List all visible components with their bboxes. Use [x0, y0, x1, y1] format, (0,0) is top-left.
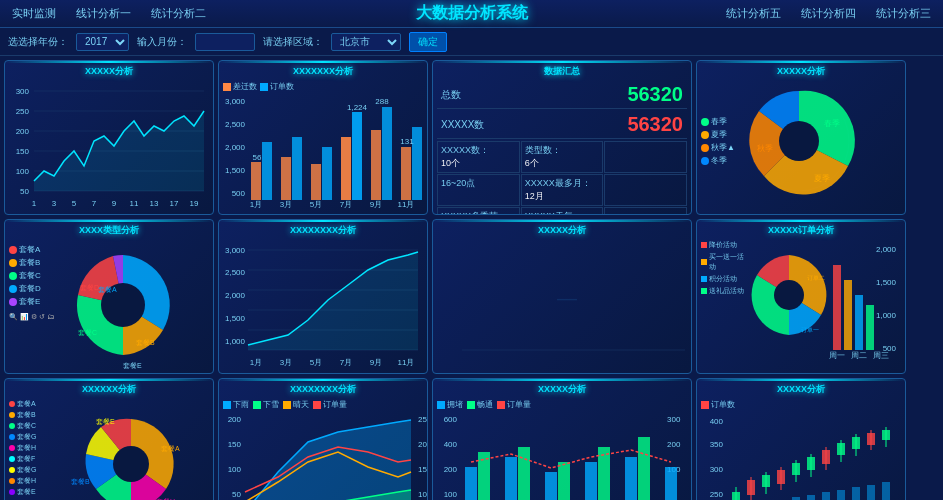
svg-text:周一: 周一 — [829, 351, 845, 360]
svg-rect-89 — [855, 295, 863, 350]
svg-rect-28 — [262, 142, 272, 200]
svg-rect-175 — [807, 495, 815, 500]
nav-right[interactable]: 统计分析五 统计分析四 统计分析三 — [722, 4, 935, 23]
svg-text:套餐A: 套餐A — [161, 445, 180, 452]
candlestick-svg: 400 350 300 250 200 — [701, 412, 899, 500]
svg-text:夏季: 夏季 — [814, 174, 830, 183]
svg-rect-34 — [352, 112, 362, 200]
svg-text:1,500: 1,500 — [225, 166, 246, 175]
svg-text:250: 250 — [16, 107, 30, 116]
svg-rect-131 — [558, 462, 570, 500]
nav-realtime[interactable]: 实时监测 — [8, 4, 60, 23]
svg-text:100: 100 — [16, 167, 30, 176]
svg-text:2,000: 2,000 — [225, 143, 246, 152]
total-value: 56320 — [627, 83, 683, 106]
svg-text:1: 1 — [32, 199, 37, 208]
panel-placeholder-title: XXXXX分析 — [437, 224, 687, 237]
region-select[interactable]: 北京市 上海市 — [331, 33, 401, 51]
page-title: 大数据分析系统 — [416, 3, 528, 24]
svg-text:套餐A: 套餐A — [98, 286, 117, 293]
svg-text:25: 25 — [418, 415, 427, 424]
svg-rect-128 — [505, 457, 517, 500]
svg-text:套餐B: 套餐B — [136, 339, 155, 346]
svg-text:订单一: 订单一 — [801, 327, 819, 333]
grouped-bar-svg: 600 400 200 100 300 200 100 — [437, 412, 689, 500]
svg-rect-155 — [777, 470, 785, 484]
svg-text:131: 131 — [400, 137, 414, 146]
svg-text:7月: 7月 — [340, 200, 352, 209]
svg-text:周二: 周二 — [851, 351, 867, 360]
svg-text:400: 400 — [710, 417, 724, 426]
nav-stat4[interactable]: 统计分析四 — [797, 4, 860, 23]
pie-container: 春季 夏季 秋季▲ 冬季 春季 夏季 秋季 — [701, 81, 901, 201]
pie-svg: 春季 夏季 秋季 — [739, 81, 859, 201]
svg-rect-180 — [882, 482, 890, 500]
total-label: 总数 — [441, 88, 461, 102]
svg-rect-151 — [747, 480, 755, 495]
svg-rect-165 — [852, 437, 860, 449]
panel-8-title: XXXXXX分析 — [9, 383, 209, 396]
panel-3-title: 数据汇总 — [437, 65, 687, 78]
svg-text:1月: 1月 — [250, 358, 262, 367]
nav-stat2[interactable]: 统计分析二 — [147, 4, 210, 23]
cell-9 — [604, 207, 687, 215]
svg-text:17: 17 — [170, 199, 179, 208]
svg-rect-129 — [518, 447, 530, 500]
svg-rect-27 — [251, 162, 261, 200]
panel-data-summary: 数据汇总 总数 56320 XXXXX数 56320 XXXXX数： 10个 类… — [432, 60, 692, 215]
svg-text:—: — — [557, 287, 577, 309]
svg-point-80 — [774, 280, 804, 310]
svg-text:5: 5 — [72, 199, 77, 208]
nav-stat3[interactable]: 统计分析三 — [872, 4, 935, 23]
panel-11-title: XXXXX分析 — [701, 383, 901, 396]
panel-pie-chart: XXXXX分析 春季 夏季 秋季▲ 冬季 — [696, 60, 906, 215]
svg-text:9月: 9月 — [370, 358, 382, 367]
svg-text:100: 100 — [444, 490, 458, 499]
svg-text:5月: 5月 — [310, 358, 322, 367]
nav-stat5[interactable]: 统计分析五 — [722, 4, 785, 23]
svg-text:500: 500 — [232, 189, 246, 198]
svg-text:200: 200 — [667, 440, 681, 449]
svg-text:56: 56 — [253, 153, 262, 162]
svg-text:2,500: 2,500 — [225, 268, 246, 277]
svg-text:100: 100 — [228, 465, 242, 474]
svg-text:11月: 11月 — [398, 358, 415, 367]
panel-type-pie: XXXX类型分析 套餐A 套餐B 套餐C 套餐D 套餐E 🔍 📊 ⚙ ↺ 🗂 套… — [4, 219, 214, 374]
svg-text:3月: 3月 — [280, 200, 292, 209]
svg-rect-153 — [762, 475, 770, 487]
bottom-pie-svg: 套餐A 套餐H 套餐C 套餐B 套餐E — [66, 399, 196, 500]
svg-text:春季: 春季 — [824, 119, 840, 128]
svg-text:11: 11 — [130, 199, 139, 208]
svg-rect-161 — [822, 450, 830, 464]
nav-left[interactable]: 实时监测 线计分析一 统计分析二 — [8, 4, 210, 23]
svg-text:200: 200 — [16, 127, 30, 136]
nav-line1[interactable]: 线计分析一 — [72, 4, 135, 23]
main-grid: XXXXX分析 300 250 200 150 100 50 1 3 5 7 — [0, 56, 943, 500]
svg-text:套餐B: 套餐B — [71, 478, 90, 485]
year-select[interactable]: 2017 2018 2016 — [76, 33, 129, 51]
cell-3 — [604, 141, 687, 173]
svg-text:套餐C: 套餐C — [78, 329, 97, 336]
svg-point-94 — [113, 446, 149, 482]
svg-rect-134 — [625, 457, 637, 500]
svg-text:300: 300 — [710, 465, 724, 474]
svg-text:周三: 周三 — [873, 351, 889, 360]
svg-text:250: 250 — [710, 490, 724, 499]
svg-text:50: 50 — [20, 187, 29, 196]
cell-6 — [604, 174, 687, 206]
panel-4-title: XXXXX分析 — [701, 65, 901, 78]
panel-multi-line: XXXXXXXX分析 下雨 下雪 晴天 订单量 200 150 100 50 0… — [218, 378, 428, 500]
svg-text:秋季: 秋季 — [757, 144, 773, 153]
svg-text:400: 400 — [444, 440, 458, 449]
svg-text:7: 7 — [92, 199, 97, 208]
month-label: 输入月份： — [137, 35, 187, 49]
panel-line-chart: XXXXX分析 300 250 200 150 100 50 1 3 5 7 — [4, 60, 214, 215]
svg-text:3: 3 — [52, 199, 57, 208]
svg-text:50: 50 — [232, 490, 241, 499]
month-input[interactable] — [195, 33, 255, 51]
confirm-button[interactable]: 确定 — [409, 32, 447, 52]
svg-rect-163 — [837, 443, 845, 455]
svg-text:9: 9 — [112, 199, 117, 208]
header: 实时监测 线计分析一 统计分析二 大数据分析系统 统计分析五 统计分析四 统计分… — [0, 0, 943, 28]
svg-text:200: 200 — [444, 465, 458, 474]
